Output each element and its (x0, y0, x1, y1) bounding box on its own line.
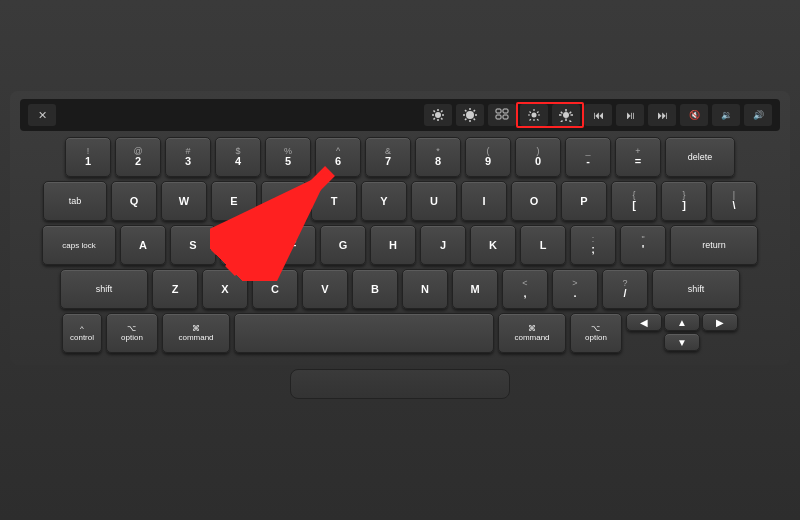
key-2[interactable]: @2 (115, 137, 161, 177)
key-delete[interactable]: delete (665, 137, 735, 177)
number-row: !1 @2 #3 $4 %5 ^6 &7 *8 (9 )0 _- += dele… (20, 137, 780, 177)
key-x[interactable]: X (202, 269, 248, 309)
key-command-left[interactable]: ⌘command (162, 313, 230, 353)
key-control[interactable]: ^control (62, 313, 102, 353)
key-5[interactable]: %5 (265, 137, 311, 177)
key-q[interactable]: Q (111, 181, 157, 221)
key-k[interactable]: K (470, 225, 516, 265)
key-tab[interactable]: tab (43, 181, 107, 221)
asdf-row: caps lock A S D F G H J K L :; "' return (20, 225, 780, 265)
key-4[interactable]: $4 (215, 137, 261, 177)
key-s[interactable]: S (170, 225, 216, 265)
key-u[interactable]: U (411, 181, 457, 221)
svg-point-22 (532, 113, 537, 118)
svg-line-39 (561, 121, 563, 123)
trackpad[interactable] (290, 369, 510, 399)
svg-line-6 (441, 118, 442, 119)
svg-rect-19 (503, 109, 508, 113)
svg-line-14 (465, 110, 466, 111)
svg-line-38 (570, 112, 572, 114)
svg-line-28 (537, 119, 538, 120)
key-right-bracket[interactable]: }] (661, 181, 707, 221)
svg-line-36 (561, 112, 563, 114)
touchbar: ✕ (20, 99, 780, 131)
touchbar-fast-forward[interactable]: ⏭ (648, 104, 676, 126)
key-semicolon[interactable]: :; (570, 225, 616, 265)
key-c[interactable]: C (252, 269, 298, 309)
key-v[interactable]: V (302, 269, 348, 309)
key-equals[interactable]: += (615, 137, 661, 177)
touchbar-rewind[interactable]: ⏮ (584, 104, 612, 126)
touchbar-mission-control[interactable] (488, 104, 516, 126)
key-shift-left[interactable]: shift (60, 269, 148, 309)
key-a[interactable]: A (120, 225, 166, 265)
key-option-left[interactable]: ⌥option (106, 313, 158, 353)
svg-line-5 (434, 111, 435, 112)
key-comma[interactable]: <, (502, 269, 548, 309)
svg-line-30 (530, 119, 531, 120)
key-caps-lock[interactable]: caps lock (42, 225, 116, 265)
touchbar-keyboard-brightness-down[interactable] (520, 104, 548, 126)
key-n[interactable]: N (402, 269, 448, 309)
touchbar-close[interactable]: ✕ (28, 104, 56, 126)
key-f[interactable]: F (270, 225, 316, 265)
svg-rect-20 (496, 115, 501, 119)
zxcv-row: shift Z X C V B N M <, >. ?/ shift (20, 269, 780, 309)
svg-line-16 (474, 110, 475, 111)
key-backslash[interactable]: |\ (711, 181, 757, 221)
key-command-right[interactable]: ⌘command (498, 313, 566, 353)
key-arrow-down[interactable]: ▼ (664, 333, 700, 351)
svg-line-29 (537, 112, 538, 113)
key-arrow-right[interactable]: ▶ (702, 313, 738, 331)
key-arrow-left[interactable]: ◀ (626, 313, 662, 331)
svg-line-27 (530, 112, 531, 113)
key-9[interactable]: (9 (465, 137, 511, 177)
touchbar-keyboard-brightness-up[interactable] (552, 104, 580, 126)
key-b[interactable]: B (352, 269, 398, 309)
key-e[interactable]: E (211, 181, 257, 221)
key-minus[interactable]: _- (565, 137, 611, 177)
key-p[interactable]: P (561, 181, 607, 221)
key-i[interactable]: I (461, 181, 507, 221)
touchbar-brightness-high[interactable] (456, 104, 484, 126)
touchbar-mute[interactable]: 🔇 (680, 104, 708, 126)
touchbar-volume-up[interactable]: 🔊 (744, 104, 772, 126)
key-z[interactable]: Z (152, 269, 198, 309)
svg-line-7 (441, 111, 442, 112)
key-o[interactable]: O (511, 181, 557, 221)
key-shift-right[interactable]: shift (652, 269, 740, 309)
key-6[interactable]: ^6 (315, 137, 361, 177)
touchbar-middle: ⏮ ⏯ ⏭ 🔇 🔉 🔊 (424, 104, 772, 126)
key-7[interactable]: &7 (365, 137, 411, 177)
key-r[interactable]: R (261, 181, 307, 221)
touchbar-brightness-low[interactable] (424, 104, 452, 126)
key-h[interactable]: H (370, 225, 416, 265)
key-y[interactable]: Y (361, 181, 407, 221)
svg-line-37 (570, 121, 572, 123)
svg-line-15 (474, 119, 475, 120)
key-left-bracket[interactable]: {[ (611, 181, 657, 221)
key-3[interactable]: #3 (165, 137, 211, 177)
key-d[interactable]: D (220, 225, 266, 265)
key-j[interactable]: J (420, 225, 466, 265)
touchbar-volume-down[interactable]: 🔉 (712, 104, 740, 126)
key-space[interactable] (234, 313, 494, 353)
key-quote[interactable]: "' (620, 225, 666, 265)
touchbar-play-pause[interactable]: ⏯ (616, 104, 644, 126)
qwerty-row: tab Q W E R T Y U I O P {[ }] |\ (20, 181, 780, 221)
key-t[interactable]: T (311, 181, 357, 221)
key-8[interactable]: *8 (415, 137, 461, 177)
key-period[interactable]: >. (552, 269, 598, 309)
svg-rect-18 (496, 109, 501, 113)
key-l[interactable]: L (520, 225, 566, 265)
key-slash[interactable]: ?/ (602, 269, 648, 309)
keyboard-area: ✕ (10, 91, 790, 365)
key-return[interactable]: return (670, 225, 758, 265)
key-option-right[interactable]: ⌥option (570, 313, 622, 353)
key-w[interactable]: W (161, 181, 207, 221)
key-0[interactable]: )0 (515, 137, 561, 177)
key-arrow-up[interactable]: ▲ (664, 313, 700, 331)
key-m[interactable]: M (452, 269, 498, 309)
key-g[interactable]: G (320, 225, 366, 265)
key-1[interactable]: !1 (65, 137, 111, 177)
